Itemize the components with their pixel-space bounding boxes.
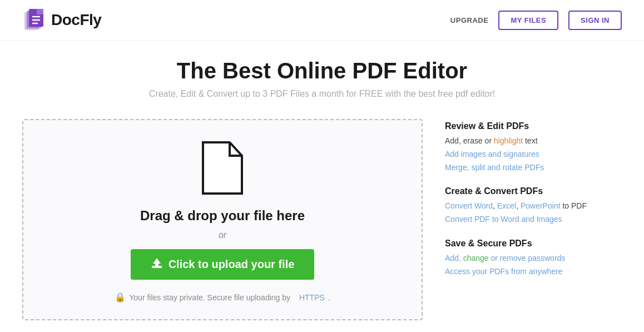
header-nav: UPGRADE MY FILES SIGN IN [450,11,622,30]
logo-icon [22,8,47,32]
feature-item: Add images and signatures [445,148,622,161]
feature-item: Convert Word, Excel, PowerPoint to PDF [445,200,622,213]
header: DocFly UPGRADE MY FILES SIGN IN [0,0,644,41]
feature-item: Access your PDFs from anywhere [445,265,622,279]
lock-icon: 🔒 [115,292,126,303]
svg-marker-8 [153,258,161,266]
svg-rect-7 [152,266,162,268]
secure-text: 🔒 Your files stay private. Secure file u… [115,292,330,303]
features-section: Review & Edit PDFs Add, erase or highlig… [445,119,622,291]
feature-item: Convert PDF to Word and Images [445,213,622,226]
feature-heading-convert: Create & Convert PDFs [445,186,622,196]
https-link[interactable]: HTTPS [299,293,325,302]
logo-text: DocFly [51,11,101,29]
secure-after: . [328,293,330,302]
upload-dropzone[interactable]: Drag & drop your file here or Click to u… [22,119,423,320]
feature-heading-secure: Save & Secure PDFs [445,239,622,249]
feature-group-secure: Save & Secure PDFs Add, change or remove… [445,239,622,279]
secure-before: Your files stay private. Secure file upl… [129,293,290,302]
feature-item: Add, erase or highlight text [445,135,622,148]
or-separator: or [219,230,226,240]
feature-heading-review: Review & Edit PDFs [445,121,622,131]
feature-group-review: Review & Edit PDFs Add, erase or highlig… [445,121,622,174]
drag-drop-text: Drag & drop your file here [140,208,305,224]
sign-in-button[interactable]: SIGN IN [568,11,622,30]
logo-area: DocFly [22,8,101,32]
feature-item: Merge, split and rotate PDFs [445,161,622,175]
hero-section: The Best Online PDF Editor Create, Edit … [0,41,644,108]
feature-group-convert: Create & Convert PDFs Convert Word, Exce… [445,186,622,226]
upgrade-link[interactable]: UPGRADE [450,16,489,24]
upload-button-label: Click to upload your file [169,258,295,271]
upload-button[interactable]: Click to upload your file [131,249,315,280]
feature-item: Add, change or remove passwords [445,252,622,265]
my-files-button[interactable]: MY FILES [498,11,558,30]
upload-icon [151,257,163,272]
hero-subtitle: Create, Edit & Convert up to 3 PDF Files… [22,89,622,99]
hero-title: The Best Online PDF Editor [22,58,622,83]
file-icon [197,140,247,198]
main-content: Drag & drop your file here or Click to u… [0,108,644,331]
